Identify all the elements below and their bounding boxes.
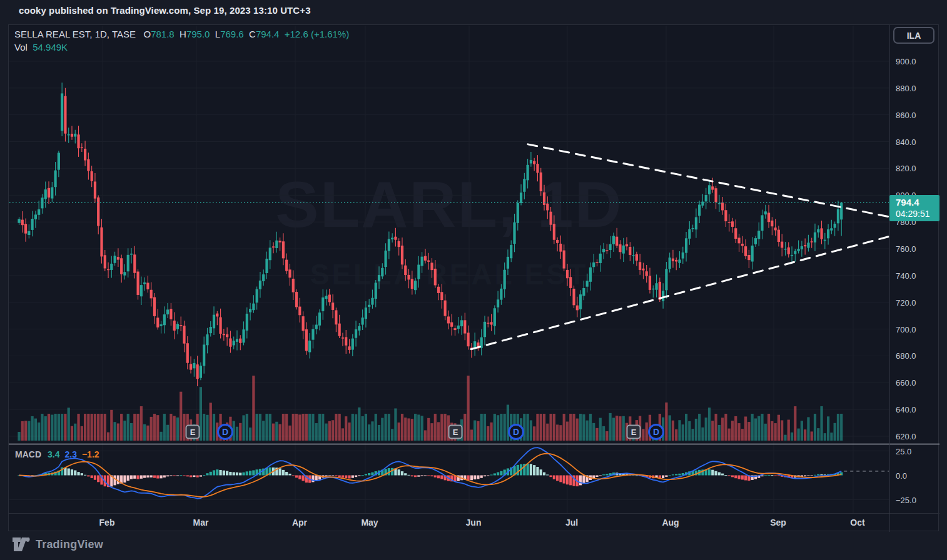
macd-lines bbox=[19, 448, 889, 499]
month-label-sep: Sep bbox=[770, 518, 786, 528]
tradingview-logo[interactable]: TradingView bbox=[13, 538, 103, 551]
dividends-marker[interactable]: D bbox=[217, 424, 233, 440]
low-label: L bbox=[215, 29, 220, 39]
countdown-timer: 04:29:51 bbox=[896, 208, 939, 219]
triangle-trendlines bbox=[471, 144, 888, 349]
publisher-bar: cooky published on TradingView.com, Sep … bbox=[19, 5, 311, 16]
month-label-apr: Apr bbox=[292, 518, 307, 528]
month-label-feb: Feb bbox=[99, 518, 115, 528]
currency-unit-button[interactable]: ILA bbox=[893, 27, 934, 44]
macd-tick-label: 0.0 bbox=[896, 471, 907, 480]
price-tick-label: 880.0 bbox=[896, 83, 916, 92]
month-label-jul: Jul bbox=[565, 518, 578, 528]
last-price-value: 794.4 bbox=[896, 197, 939, 208]
tradingview-glyph-icon bbox=[13, 538, 30, 551]
chart-widget: SLARL, 1D SELLA REAL EST SELLA REAL EST,… bbox=[8, 24, 939, 531]
last-price-label: 794.4 04:29:51 bbox=[889, 195, 939, 221]
symbol-title: SELLA REAL EST, 1D, TASE bbox=[14, 29, 136, 39]
price-tick-label: 900.0 bbox=[896, 57, 916, 66]
month-label-aug: Aug bbox=[662, 518, 679, 528]
volume-value: 54.949K bbox=[33, 42, 68, 52]
price-tick-label: 680.0 bbox=[896, 351, 916, 361]
macd-hist-value: 3.4 bbox=[48, 449, 59, 459]
close-label: C bbox=[249, 29, 256, 39]
high-value: 795.0 bbox=[186, 29, 210, 39]
page: cooky published on TradingView.com, Sep … bbox=[0, 0, 947, 560]
macd-tick-label: −25.0 bbox=[896, 495, 916, 504]
earnings-marker[interactable]: E bbox=[186, 425, 200, 439]
dividends-marker[interactable]: D bbox=[508, 424, 524, 440]
pane-separators bbox=[9, 25, 939, 532]
macd-signal-value: −1.2 bbox=[82, 449, 99, 459]
macd-tick-label: 25.0 bbox=[896, 446, 911, 456]
price-tick-label: 740.0 bbox=[896, 271, 916, 280]
dividends-marker[interactable]: D bbox=[648, 424, 664, 440]
price-tick-label: 620.0 bbox=[896, 432, 916, 441]
earnings-marker[interactable]: E bbox=[448, 425, 463, 439]
macd-line-value: 2.3 bbox=[64, 449, 76, 459]
macd-legend[interactable]: MACD3.42.3−1.2 bbox=[15, 449, 99, 459]
close-value: 794.4 bbox=[256, 29, 280, 39]
symbol-legend[interactable]: SELLA REAL EST, 1D, TASE O781.8 H795.0 L… bbox=[14, 29, 349, 39]
open-value: 781.8 bbox=[151, 29, 175, 39]
price-tick-label: 640.0 bbox=[896, 405, 916, 414]
candlestick-series bbox=[18, 82, 843, 386]
month-label-oct: Oct bbox=[850, 518, 864, 528]
high-label: H bbox=[180, 29, 186, 39]
price-tick-label: 820.0 bbox=[896, 164, 916, 173]
month-label-jun: Jun bbox=[466, 518, 482, 528]
price-tick-label: 860.0 bbox=[896, 110, 916, 119]
price-tick-label: 660.0 bbox=[896, 378, 916, 388]
volume-series bbox=[18, 376, 843, 441]
macd-title: MACD bbox=[15, 449, 41, 459]
low-value: 769.6 bbox=[220, 29, 244, 39]
volume-label: Vol bbox=[14, 42, 28, 52]
change-value: +12.6 (+1.61%) bbox=[285, 29, 349, 39]
price-tick-label: 720.0 bbox=[896, 298, 916, 307]
volume-legend[interactable]: Vol 54.949K bbox=[14, 42, 68, 52]
chart-canvas[interactable] bbox=[9, 25, 939, 532]
open-label: O bbox=[144, 29, 151, 39]
price-tick-label: 760.0 bbox=[896, 244, 916, 254]
tradingview-brand-text: TradingView bbox=[36, 538, 103, 551]
price-tick-label: 700.0 bbox=[896, 324, 916, 334]
earnings-marker[interactable]: E bbox=[627, 425, 641, 439]
price-tick-label: 840.0 bbox=[896, 137, 916, 146]
month-label-mar: Mar bbox=[193, 518, 209, 528]
month-label-may: May bbox=[361, 518, 378, 528]
